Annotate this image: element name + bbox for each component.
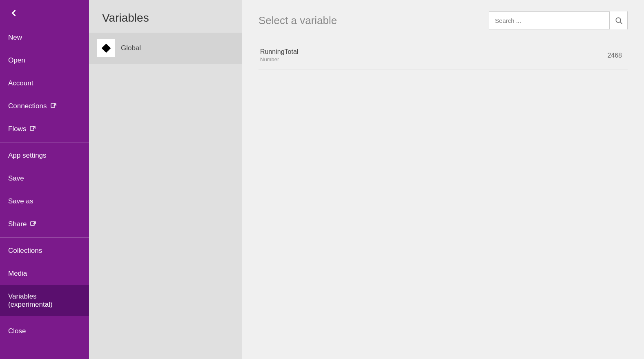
sidebar-item-save[interactable]: Save bbox=[0, 167, 89, 190]
sidebar-item-save-as-label: Save as bbox=[8, 197, 33, 205]
external-link-share-icon bbox=[30, 221, 36, 227]
sidebar-item-variables[interactable]: Variables (experimental) bbox=[0, 285, 89, 316]
scope-label-global: Global bbox=[121, 44, 141, 52]
sidebar-item-app-settings[interactable]: App settings bbox=[0, 144, 89, 167]
sidebar-divider-1 bbox=[0, 142, 89, 143]
search-button[interactable] bbox=[609, 11, 627, 29]
variables-panel-title: Select a variable bbox=[258, 14, 337, 27]
sidebar-divider-3 bbox=[0, 318, 89, 318]
external-link-flows-icon bbox=[29, 126, 36, 132]
search-input[interactable] bbox=[489, 17, 609, 24]
sidebar-item-flows-label: Flows bbox=[8, 125, 26, 133]
sidebar-item-open-label: Open bbox=[8, 56, 25, 65]
back-arrow-icon bbox=[8, 7, 20, 19]
sidebar-item-close-label: Close bbox=[8, 327, 26, 335]
diamond-icon bbox=[101, 43, 111, 54]
variable-name: RunningTotal bbox=[260, 48, 607, 56]
sidebar-item-save-as[interactable]: Save as bbox=[0, 190, 89, 213]
sidebar-item-variables-label: Variables (experimental) bbox=[8, 292, 81, 309]
svg-rect-6 bbox=[102, 44, 111, 53]
sidebar-item-flows[interactable]: Flows bbox=[0, 118, 89, 140]
scope-item-global[interactable]: Global bbox=[89, 33, 242, 64]
sidebar-item-connections-label: Connections bbox=[8, 102, 47, 110]
search-box bbox=[489, 11, 628, 29]
variable-type: Number bbox=[260, 56, 607, 62]
sidebar: New Open Account Connections Flows App s… bbox=[0, 0, 89, 359]
sidebar-item-collections-label: Collections bbox=[8, 247, 42, 255]
sidebar-item-app-settings-label: App settings bbox=[8, 152, 47, 160]
sidebar-item-media[interactable]: Media bbox=[0, 262, 89, 285]
variables-list: RunningTotal Number 2468 bbox=[258, 42, 628, 69]
svg-point-7 bbox=[616, 18, 621, 22]
sidebar-item-new-label: New bbox=[8, 33, 22, 42]
sidebar-item-new[interactable]: New bbox=[0, 26, 89, 49]
scope-panel: Variables Global bbox=[89, 0, 242, 359]
sidebar-item-close[interactable]: Close bbox=[0, 320, 89, 343]
sidebar-item-share-label: Share bbox=[8, 220, 27, 228]
variable-row[interactable]: RunningTotal Number 2468 bbox=[258, 42, 628, 69]
sidebar-item-account-label: Account bbox=[8, 79, 33, 87]
variables-panel: Select a variable RunningTotal Number 24… bbox=[242, 0, 644, 359]
svg-line-8 bbox=[620, 22, 622, 24]
variables-header: Select a variable bbox=[258, 11, 628, 29]
sidebar-item-account[interactable]: Account bbox=[0, 72, 89, 95]
sidebar-item-share[interactable]: Share bbox=[0, 213, 89, 236]
back-button[interactable] bbox=[0, 0, 89, 26]
external-link-icon bbox=[50, 103, 57, 109]
sidebar-item-collections[interactable]: Collections bbox=[0, 239, 89, 262]
sidebar-item-save-label: Save bbox=[8, 174, 24, 183]
sidebar-item-media-label: Media bbox=[8, 270, 27, 278]
variable-value: 2468 bbox=[607, 52, 622, 59]
search-icon bbox=[615, 16, 623, 25]
sidebar-divider-2 bbox=[0, 237, 89, 238]
sidebar-item-open[interactable]: Open bbox=[0, 49, 89, 72]
scope-icon-global bbox=[97, 39, 115, 57]
variable-info: RunningTotal Number bbox=[260, 48, 607, 62]
scope-panel-title: Variables bbox=[89, 0, 242, 33]
sidebar-item-connections[interactable]: Connections bbox=[0, 95, 89, 118]
